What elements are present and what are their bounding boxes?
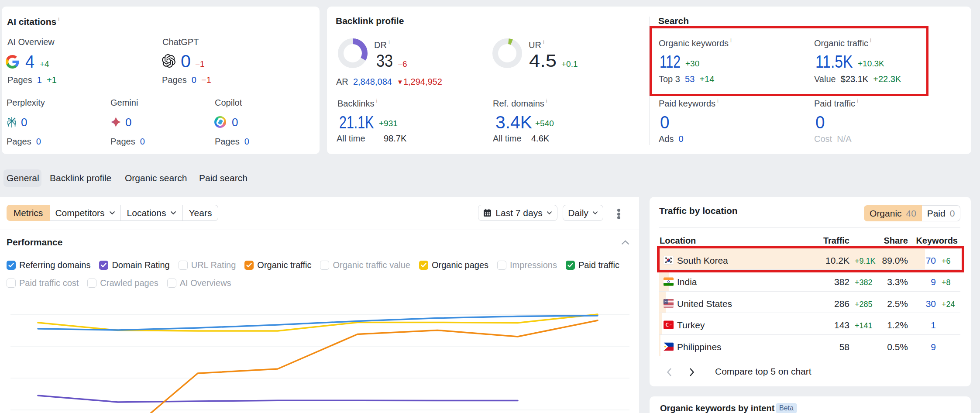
svg-text:0: 0 [660,115,670,132]
svg-text:0: 0 [125,118,132,129]
svg-text:21.1K: 21.1K [339,115,374,132]
svg-text:33: 33 [376,54,393,71]
svg-text:0: 0 [815,115,825,132]
svg-text:0: 0 [21,118,28,129]
svg-text:0: 0 [181,54,191,71]
svg-text:4: 4 [25,55,34,72]
svg-text:0: 0 [232,118,238,129]
svg-text:3.4K: 3.4K [495,115,532,132]
svg-text:4.5: 4.5 [529,54,557,71]
